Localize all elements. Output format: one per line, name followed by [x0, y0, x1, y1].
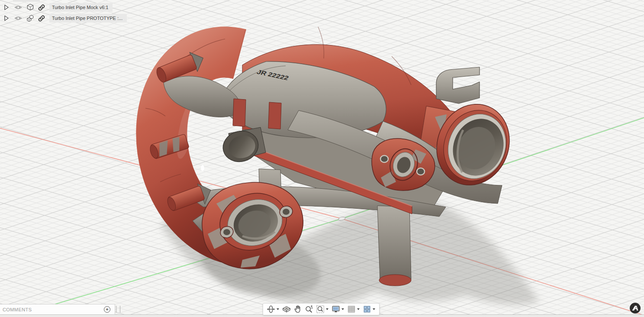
expand-arrow-icon[interactable] [3, 3, 10, 11]
body-cube-icon [26, 3, 35, 12]
browser-row: Turbo Inlet Pipe PROTOTYPE :... [3, 13, 127, 23]
comments-bar[interactable]: COMMENTS + [0, 304, 115, 314]
orbit-icon [266, 304, 276, 314]
look-at-icon [282, 304, 291, 314]
viewports-icon [362, 304, 372, 314]
fit-button[interactable] [315, 304, 326, 314]
browser-item-label[interactable]: Turbo Inlet Pipe PROTOTYPE :... [49, 14, 127, 23]
orbit-button[interactable] [265, 304, 277, 314]
browser-item-label[interactable]: Turbo Inlet Pipe Mock v6:1 [49, 3, 113, 12]
viewports-button[interactable] [361, 304, 373, 314]
visibility-eye-icon[interactable] [14, 15, 23, 21]
3d-viewport-canvas[interactable]: JR 22222 [0, 0, 644, 317]
expand-arrow-icon[interactable] [3, 14, 10, 22]
chevron-down-icon[interactable] [373, 308, 375, 310]
pan-hand-icon [293, 304, 303, 314]
chevron-down-icon[interactable] [357, 308, 360, 310]
autodesk-logo[interactable] [629, 302, 641, 314]
fusion-viewport-window: JR 22222 [0, 0, 644, 317]
chevron-down-icon[interactable] [341, 308, 344, 310]
component-icon [26, 14, 35, 23]
grid-settings-button[interactable] [346, 304, 357, 314]
browser-row-clipped [13, 0, 40, 2]
zoom-button[interactable] [303, 304, 315, 314]
visibility-eye-icon[interactable] [14, 4, 23, 10]
link-icon [37, 14, 46, 23]
comments-resize-grip[interactable] [116, 306, 120, 313]
fit-icon [316, 304, 325, 314]
add-comment-button[interactable]: + [104, 306, 110, 313]
link-icon [37, 3, 46, 12]
chevron-down-icon[interactable] [277, 308, 279, 310]
zoom-icon [304, 304, 314, 314]
display-settings-icon [331, 304, 341, 314]
pan-button[interactable] [292, 304, 303, 314]
comments-label: COMMENTS [3, 307, 104, 312]
display-settings-button[interactable] [330, 304, 341, 314]
grid-icon [347, 304, 356, 314]
navigation-toolbar [263, 303, 380, 315]
look-at-button[interactable] [281, 304, 292, 314]
browser-row: Turbo Inlet Pipe Mock v6:1 [3, 3, 113, 12]
chevron-down-icon[interactable] [326, 308, 328, 310]
